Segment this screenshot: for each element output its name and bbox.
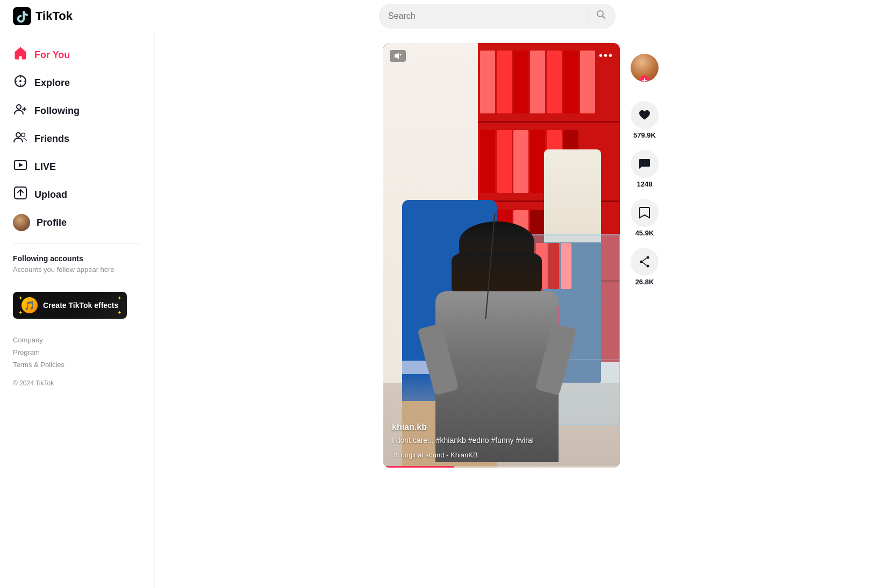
logo-text: TikTok: [35, 9, 73, 23]
svg-marker-16: [395, 53, 399, 59]
svg-line-23: [642, 262, 646, 266]
copyright: © 2024 TikTok: [0, 377, 154, 396]
footer-terms[interactable]: Terms & Policies: [13, 361, 141, 369]
video-container: ••• khian.kb I dont care... #khiankb #ed…: [383, 43, 659, 468]
video-overlay: ••• khian.kb I dont care... #khiankb #ed…: [383, 43, 620, 468]
svg-point-10: [16, 133, 20, 137]
video-username[interactable]: khian.kb: [392, 422, 577, 432]
following-accounts-subtitle: Accounts you follow appear here: [13, 265, 141, 275]
header: TikTok: [0, 0, 887, 32]
svg-point-4: [19, 80, 22, 82]
footer-program[interactable]: Program: [13, 348, 141, 356]
bookmark-count: 45.9K: [635, 229, 654, 237]
sidebar-label-explore: Explore: [34, 77, 70, 89]
video-progress-fill: [383, 466, 454, 468]
profile-avatar: [13, 214, 30, 231]
sidebar-item-for-you[interactable]: For You: [0, 41, 154, 69]
tiktok-logo-icon: [13, 7, 31, 25]
search-button[interactable]: [596, 9, 606, 23]
sidebar: For You Explore: [0, 32, 155, 588]
friends-icon: [13, 130, 28, 147]
side-actions: + 579.9K: [631, 43, 659, 286]
search-bar[interactable]: [379, 4, 616, 28]
sidebar-item-upload[interactable]: Upload: [0, 181, 154, 209]
profile-avatar-image: [13, 214, 30, 231]
author-avatar: +: [631, 54, 659, 82]
search-icon: [596, 9, 606, 20]
search-divider: [589, 9, 589, 24]
video-frame: ••• khian.kb I dont care... #khiankb #ed…: [383, 43, 620, 468]
sparkle-icon-tl: ✦: [18, 295, 23, 301]
layout: For You Explore: [0, 32, 887, 588]
sidebar-label-for-you: For You: [34, 49, 70, 61]
svg-point-11: [22, 133, 25, 137]
sparkle-icon-br: ✦: [117, 310, 121, 315]
video-top-controls: •••: [390, 49, 613, 62]
create-effects-label: Create TikTok effects: [43, 301, 118, 310]
svg-rect-0: [13, 7, 31, 25]
video-bottom-info: khian.kb I dont care... #khiankb #edno #…: [392, 422, 577, 459]
video-progress-bar[interactable]: [383, 466, 620, 468]
svg-line-22: [642, 258, 646, 261]
compass-icon: [13, 74, 28, 91]
comment-count: 1248: [637, 180, 653, 188]
comment-icon: [631, 150, 659, 178]
live-icon: [13, 158, 28, 175]
video-sound-text: original sound - KhianKB: [401, 451, 478, 459]
author-avatar-container[interactable]: +: [631, 54, 659, 82]
video-card[interactable]: ••• khian.kb I dont care... #khiankb #ed…: [383, 43, 620, 468]
svg-point-19: [647, 256, 649, 259]
effects-icon: 🎵: [22, 297, 38, 313]
share-count: 26.8K: [635, 278, 654, 286]
footer-company[interactable]: Company: [13, 336, 141, 344]
search-area: [120, 4, 874, 28]
more-options-button[interactable]: •••: [599, 49, 613, 62]
main-content: ••• khian.kb I dont care... #khiankb #ed…: [155, 32, 887, 588]
sidebar-label-following: Following: [34, 105, 80, 117]
following-accounts-title: Following accounts: [13, 254, 141, 263]
bookmark-button[interactable]: 45.9K: [631, 199, 659, 237]
comment-button[interactable]: 1248: [631, 150, 659, 188]
sidebar-label-friends: Friends: [34, 133, 69, 145]
following-icon: [13, 102, 28, 119]
svg-point-9: [17, 105, 21, 109]
sidebar-label-profile: Profile: [37, 217, 67, 228]
like-button[interactable]: 579.9K: [631, 101, 659, 139]
share-icon: [631, 248, 659, 276]
video-caption: I dont care... #khiankb #edno #funny #vi…: [392, 435, 577, 446]
sidebar-label-upload: Upload: [34, 189, 67, 200]
video-sound[interactable]: ♫ original sound - KhianKB: [392, 450, 577, 459]
sidebar-item-following[interactable]: Following: [0, 97, 154, 125]
bookmark-icon: [631, 199, 659, 227]
footer-links: Company Program Terms & Policies: [0, 327, 154, 377]
svg-point-21: [647, 265, 649, 268]
sidebar-item-live[interactable]: LIVE: [0, 153, 154, 181]
svg-line-2: [603, 16, 605, 19]
sidebar-divider: [13, 243, 141, 243]
logo-area: TikTok: [13, 7, 120, 25]
sparkle-icon-bl: ✦: [18, 310, 23, 315]
share-button[interactable]: 26.8K: [631, 248, 659, 286]
sidebar-item-profile[interactable]: Profile: [0, 209, 154, 236]
sidebar-label-live: LIVE: [34, 161, 56, 173]
search-input[interactable]: [388, 11, 582, 21]
svg-marker-13: [19, 163, 23, 167]
like-icon: [631, 101, 659, 129]
video-feed: ••• khian.kb I dont care... #khiankb #ed…: [383, 43, 659, 577]
sidebar-item-explore[interactable]: Explore: [0, 69, 154, 97]
following-accounts-section: Following accounts Accounts you follow a…: [0, 250, 154, 283]
upload-icon: [13, 186, 28, 203]
home-icon: [13, 46, 28, 63]
sparkle-icon-tr: ✦: [117, 295, 121, 301]
like-count: 579.9K: [633, 131, 656, 139]
create-effects-button[interactable]: ✦ ✦ ✦ ✦ 🎵 Create TikTok effects: [13, 292, 127, 319]
svg-point-20: [640, 261, 643, 263]
music-note-icon: ♫: [392, 450, 398, 459]
mute-icon: [394, 52, 402, 60]
sidebar-item-friends[interactable]: Friends: [0, 125, 154, 153]
sound-control[interactable]: [390, 50, 406, 62]
